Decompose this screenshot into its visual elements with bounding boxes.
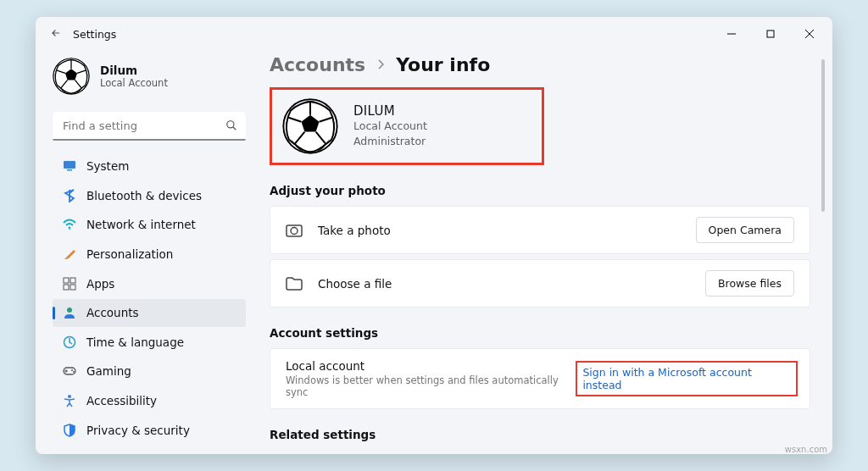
search-icon <box>225 119 237 134</box>
camera-icon <box>286 222 303 239</box>
svg-point-20 <box>68 395 71 398</box>
scroll-thumb[interactable] <box>821 59 825 212</box>
watermark: wsxn.com <box>785 445 827 454</box>
window-controls <box>712 17 829 51</box>
content-area: Accounts Your info DILUM Local Account A… <box>256 51 832 454</box>
content-scrollbar[interactable] <box>821 59 826 437</box>
svg-point-10 <box>69 228 70 230</box>
svg-point-15 <box>67 308 72 313</box>
svg-rect-12 <box>70 278 75 283</box>
section-account-settings: Account settings <box>270 326 810 340</box>
window-title: Settings <box>73 28 116 41</box>
section-adjust-photo: Adjust your photo <box>270 184 810 197</box>
nav-label: Personalization <box>86 247 173 261</box>
local-account-row: Local account Windows is better when set… <box>270 348 810 409</box>
nav-accessibility[interactable]: Accessibility <box>53 387 246 415</box>
nav-label: Accessibility <box>86 394 157 407</box>
nav-privacy[interactable]: Privacy & security <box>53 416 246 444</box>
profile-name: Dilum <box>100 64 168 77</box>
shield-icon <box>63 424 76 437</box>
minimize-button[interactable] <box>712 17 751 51</box>
open-camera-button[interactable]: Open Camera <box>696 217 794 243</box>
nav-label: Network & internet <box>86 218 196 231</box>
breadcrumb-parent[interactable]: Accounts <box>270 54 365 75</box>
svg-point-22 <box>291 227 298 234</box>
local-account-title: Local account <box>286 359 579 373</box>
nav-label: System <box>86 159 129 173</box>
apps-icon <box>63 277 76 291</box>
nav-gaming[interactable]: Gaming <box>53 357 246 385</box>
svg-rect-9 <box>67 169 72 171</box>
nav-bluetooth[interactable]: Bluetooth & devices <box>53 182 246 210</box>
svg-line-7 <box>233 127 236 130</box>
titlebar: Settings <box>36 17 832 51</box>
profile-subtitle: Local Account <box>100 77 168 89</box>
svg-rect-13 <box>64 285 69 290</box>
gamepad-icon <box>63 364 76 378</box>
take-photo-label: Take a photo <box>318 224 391 237</box>
search-input[interactable] <box>53 112 246 141</box>
svg-point-19 <box>73 371 75 373</box>
nav-system[interactable]: System <box>53 152 246 180</box>
search-box[interactable] <box>53 112 246 141</box>
nav-personalization[interactable]: Personalization <box>53 241 246 269</box>
nav-list: System Bluetooth & devices Network & int… <box>53 152 246 444</box>
svg-rect-14 <box>70 285 75 290</box>
person-icon <box>63 306 76 319</box>
profile-block[interactable]: Dilum Local Account <box>53 54 246 107</box>
folder-icon <box>286 275 303 292</box>
sign-in-microsoft-link[interactable]: Sign in with a Microsoft account instead <box>579 364 794 393</box>
breadcrumb-current: Your info <box>396 54 490 75</box>
hero-name: DILUM <box>353 103 427 119</box>
globe-clock-icon <box>63 335 76 349</box>
back-button[interactable] <box>39 27 73 42</box>
take-photo-row: Take a photo Open Camera <box>270 206 810 254</box>
accessibility-icon <box>63 394 76 407</box>
local-account-desc: Windows is better when settings and file… <box>286 374 579 398</box>
breadcrumb: Accounts Your info <box>270 53 810 87</box>
nav-label: Bluetooth & devices <box>86 189 202 202</box>
nav-time[interactable]: Time & language <box>53 329 246 357</box>
paintbrush-icon <box>63 247 76 261</box>
svg-point-18 <box>71 369 73 371</box>
choose-file-label: Choose a file <box>318 277 392 291</box>
avatar-small <box>53 58 90 95</box>
nav-apps[interactable]: Apps <box>53 269 246 297</box>
close-button[interactable] <box>790 17 829 51</box>
wifi-icon <box>63 218 76 231</box>
nav-label: Time & language <box>86 335 184 349</box>
nav-label: Gaming <box>86 364 131 378</box>
browse-files-button[interactable]: Browse files <box>705 270 794 296</box>
nav-label: Apps <box>86 277 114 291</box>
svg-rect-3 <box>767 30 774 37</box>
nav-accounts[interactable]: Accounts <box>53 299 246 327</box>
bluetooth-icon <box>63 189 76 202</box>
sidebar: Dilum Local Account System Bluetooth & d… <box>36 51 256 454</box>
section-related-settings: Related settings <box>270 428 810 441</box>
hero-account-type: Local Account <box>353 119 427 134</box>
nav-network[interactable]: Network & internet <box>53 211 246 239</box>
chevron-right-icon <box>377 58 384 72</box>
settings-window: Settings Dilum Local Account System Blue… <box>36 17 832 454</box>
maximize-button[interactable] <box>751 17 790 51</box>
svg-rect-11 <box>64 278 69 283</box>
account-hero: DILUM Local Account Administrator <box>270 87 544 165</box>
nav-label: Privacy & security <box>86 424 190 437</box>
hero-role: Administrator <box>353 134 427 149</box>
choose-file-row: Choose a file Browse files <box>270 259 810 308</box>
svg-point-6 <box>227 121 234 128</box>
nav-label: Accounts <box>86 306 139 319</box>
svg-rect-8 <box>64 161 75 169</box>
monitor-icon <box>63 159 76 173</box>
avatar-large <box>282 98 338 154</box>
